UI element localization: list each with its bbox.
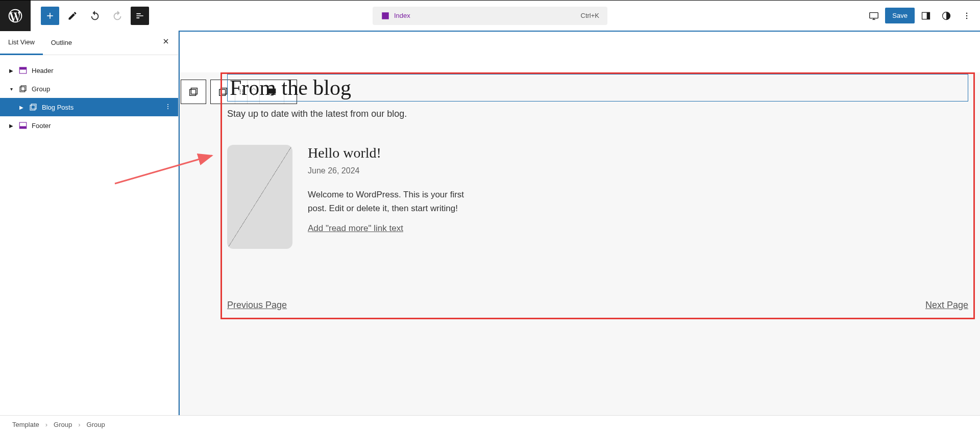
tree-item-options[interactable]	[164, 103, 172, 112]
read-more-link[interactable]: Add "read more" link text	[308, 223, 403, 234]
group-parent-icon	[188, 86, 199, 97]
svg-rect-18	[190, 89, 196, 95]
tree-label: Footer	[32, 122, 51, 130]
editor-canvas[interactable]: From the blog Stay up to date with the l…	[179, 31, 980, 415]
next-page-link[interactable]: Next Page	[925, 300, 968, 311]
blog-posts-block[interactable]: From the blog Stay up to date with the l…	[220, 72, 975, 319]
chevron-right-icon: ▶	[18, 105, 24, 110]
svg-rect-2	[927, 12, 930, 19]
breadcrumb-item[interactable]: Template	[12, 421, 39, 428]
tree-label: Header	[32, 67, 54, 74]
footer-block-icon	[18, 121, 28, 130]
chevron-down-icon: ▾	[8, 86, 14, 92]
svg-rect-8	[19, 67, 27, 70]
wordpress-icon	[7, 8, 23, 24]
plus-icon	[45, 11, 55, 21]
undo-icon	[89, 10, 101, 21]
breadcrumb-bar: Template › Group › Group	[0, 415, 980, 433]
svg-rect-19	[191, 88, 197, 94]
close-panel-button[interactable]	[154, 37, 178, 48]
svg-rect-0	[870, 12, 878, 18]
styles-button[interactable]	[937, 7, 955, 25]
svg-rect-9	[20, 87, 25, 92]
block-tree: ▶ Header ▾ Group ▶ Blog Posts ▶ Footer	[0, 55, 178, 141]
group-block-icon	[18, 84, 28, 93]
tree-item-footer[interactable]: ▶ Footer	[0, 116, 178, 135]
document-title: Index	[394, 12, 410, 19]
chevron-right-icon: ▶	[8, 123, 14, 129]
svg-rect-11	[30, 105, 35, 110]
redo-icon	[112, 10, 123, 21]
svg-rect-10	[21, 86, 26, 91]
tree-label: Blog Posts	[42, 104, 74, 111]
kebab-icon	[962, 11, 972, 21]
template-icon	[381, 11, 390, 20]
contrast-icon	[941, 11, 951, 21]
list-view-icon	[135, 11, 145, 21]
svg-rect-12	[31, 104, 36, 109]
heading-block[interactable]: From the blog	[227, 74, 968, 101]
svg-rect-17	[19, 126, 27, 129]
main-area: List View Outline ▶ Header ▾ Group ▶ Blo…	[0, 31, 980, 415]
close-icon	[162, 37, 170, 45]
svg-point-14	[167, 106, 168, 107]
tab-outline[interactable]: Outline	[43, 31, 80, 54]
sidebar-icon	[921, 11, 931, 21]
list-view-sidebar: List View Outline ▶ Header ▾ Group ▶ Blo…	[0, 31, 179, 415]
svg-point-4	[966, 12, 968, 14]
shortcut-hint: Ctrl+K	[581, 12, 599, 19]
post-title[interactable]: Hello world!	[308, 145, 471, 161]
tree-label: Group	[32, 85, 50, 93]
svg-point-15	[167, 108, 168, 109]
tab-list-view[interactable]: List View	[0, 31, 43, 55]
chevron-right-icon: ›	[78, 421, 80, 428]
save-button[interactable]: Save	[885, 8, 915, 23]
tree-item-header[interactable]: ▶ Header	[0, 61, 178, 80]
toolbar-right-group: Save	[865, 7, 980, 25]
svg-point-5	[966, 15, 968, 16]
edit-tool-button[interactable]	[63, 7, 82, 25]
pagination: Previous Page Next Page	[227, 300, 968, 313]
post-thumbnail-placeholder[interactable]	[227, 145, 292, 249]
pattern-block-icon	[29, 103, 38, 112]
document-title-bar[interactable]: Index Ctrl+K	[373, 7, 607, 25]
toolbar-left-group	[31, 7, 149, 25]
top-toolbar: Index Ctrl+K Save	[0, 0, 980, 31]
add-block-button[interactable]	[41, 7, 59, 25]
svg-point-6	[966, 17, 968, 19]
options-button[interactable]	[958, 7, 976, 25]
post-date[interactable]: June 26, 2024	[308, 166, 471, 175]
view-button[interactable]	[865, 7, 883, 25]
subtitle-text[interactable]: Stay up to date with the latest from our…	[227, 109, 968, 119]
post-body: Hello world! June 26, 2024 Welcome to Wo…	[308, 145, 471, 249]
svg-point-13	[167, 104, 168, 105]
wordpress-logo[interactable]	[0, 1, 31, 31]
post-item: Hello world! June 26, 2024 Welcome to Wo…	[227, 145, 968, 249]
parent-block-button[interactable]	[181, 80, 206, 104]
desktop-icon	[868, 10, 879, 21]
list-view-toggle-button[interactable]	[131, 7, 149, 25]
tree-item-blog-posts[interactable]: ▶ Blog Posts	[0, 98, 178, 116]
post-excerpt[interactable]: Welcome to WordPress. This is your first…	[308, 188, 471, 215]
breadcrumb-item[interactable]: Group	[87, 421, 105, 428]
sidebar-tabs: List View Outline	[0, 31, 178, 55]
chevron-right-icon: ▶	[8, 68, 14, 73]
previous-page-link[interactable]: Previous Page	[227, 300, 287, 311]
header-block-icon	[18, 66, 28, 75]
undo-button[interactable]	[86, 7, 104, 25]
redo-button[interactable]	[108, 7, 127, 25]
pencil-icon	[67, 11, 78, 21]
breadcrumb-item[interactable]: Group	[54, 421, 72, 428]
settings-panel-button[interactable]	[917, 7, 935, 25]
tree-item-group[interactable]: ▾ Group	[0, 80, 178, 98]
chevron-right-icon: ›	[45, 421, 47, 428]
